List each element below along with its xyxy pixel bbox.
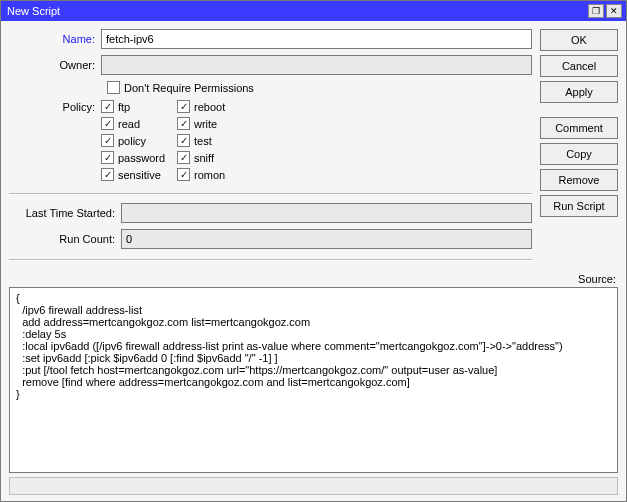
- run-script-button[interactable]: Run Script: [540, 195, 618, 217]
- ok-button[interactable]: OK: [540, 29, 618, 51]
- policy-ftp-checkbox[interactable]: [101, 100, 114, 113]
- policy-romon-checkbox[interactable]: [177, 168, 190, 181]
- policy-sensitive-checkbox[interactable]: [101, 168, 114, 181]
- policy-label: Policy:: [9, 101, 101, 113]
- policy-reboot-checkbox[interactable]: [177, 100, 190, 113]
- run-count-input: [121, 229, 532, 249]
- policy-read-label: read: [118, 118, 140, 130]
- policy-policy-label: policy: [118, 135, 146, 147]
- policy-test-checkbox[interactable]: [177, 134, 190, 147]
- policy-ftp-label: ftp: [118, 101, 130, 113]
- titlebar: New Script ❐ ✕: [1, 1, 626, 21]
- name-input[interactable]: [101, 29, 532, 49]
- policy-sensitive-label: sensitive: [118, 169, 161, 181]
- policy-password-label: password: [118, 152, 165, 164]
- remove-button[interactable]: Remove: [540, 169, 618, 191]
- source-label: Source:: [578, 273, 616, 285]
- policy-sniff-checkbox[interactable]: [177, 151, 190, 164]
- name-label: Name:: [9, 33, 101, 45]
- apply-button[interactable]: Apply: [540, 81, 618, 103]
- policy-romon-label: romon: [194, 169, 225, 181]
- last-time-started-label: Last Time Started:: [9, 207, 121, 219]
- policy-reboot-label: reboot: [194, 101, 225, 113]
- policy-test-label: test: [194, 135, 212, 147]
- separator-2: [9, 259, 532, 261]
- new-script-window: New Script ❐ ✕ Name: Owner: Don't Requir…: [0, 0, 627, 502]
- comment-button[interactable]: Comment: [540, 117, 618, 139]
- button-column: OK Cancel Apply Comment Copy Remove Run …: [540, 29, 618, 269]
- separator: [9, 193, 532, 195]
- restore-icon[interactable]: ❐: [588, 4, 604, 18]
- dont-require-permissions-label: Don't Require Permissions: [124, 82, 254, 94]
- policy-policy-checkbox[interactable]: [101, 134, 114, 147]
- policy-write-label: write: [194, 118, 217, 130]
- policy-write-checkbox[interactable]: [177, 117, 190, 130]
- owner-input: [101, 55, 532, 75]
- source-textarea[interactable]: [9, 287, 618, 473]
- copy-button[interactable]: Copy: [540, 143, 618, 165]
- policy-group: Policy: ftp reboot read write policy tes…: [9, 100, 532, 181]
- close-icon[interactable]: ✕: [606, 4, 622, 18]
- run-count-label: Run Count:: [9, 233, 121, 245]
- cancel-button[interactable]: Cancel: [540, 55, 618, 77]
- last-time-started-input: [121, 203, 532, 223]
- owner-label: Owner:: [9, 59, 101, 71]
- dont-require-permissions-checkbox[interactable]: [107, 81, 120, 94]
- policy-password-checkbox[interactable]: [101, 151, 114, 164]
- policy-sniff-label: sniff: [194, 152, 214, 164]
- window-title: New Script: [5, 5, 588, 17]
- status-bar: [9, 477, 618, 495]
- policy-read-checkbox[interactable]: [101, 117, 114, 130]
